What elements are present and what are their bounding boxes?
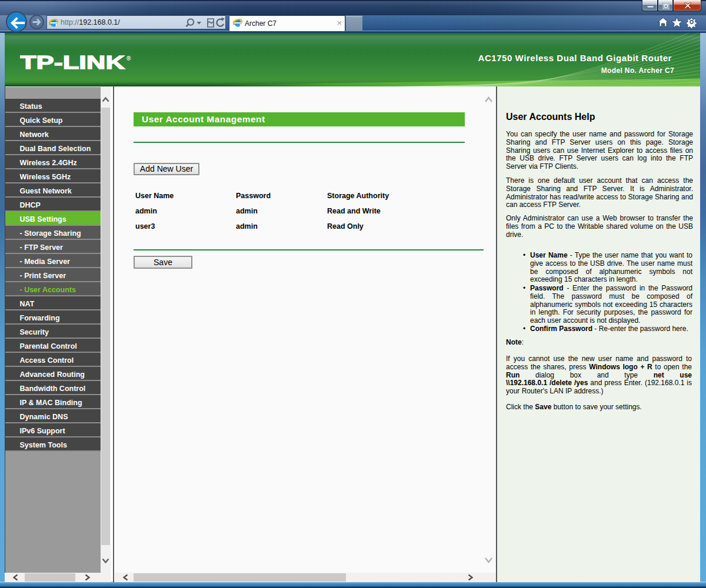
svg-text:®: ®	[126, 55, 131, 62]
svg-text:TP-LINK: TP-LINK	[20, 54, 125, 73]
